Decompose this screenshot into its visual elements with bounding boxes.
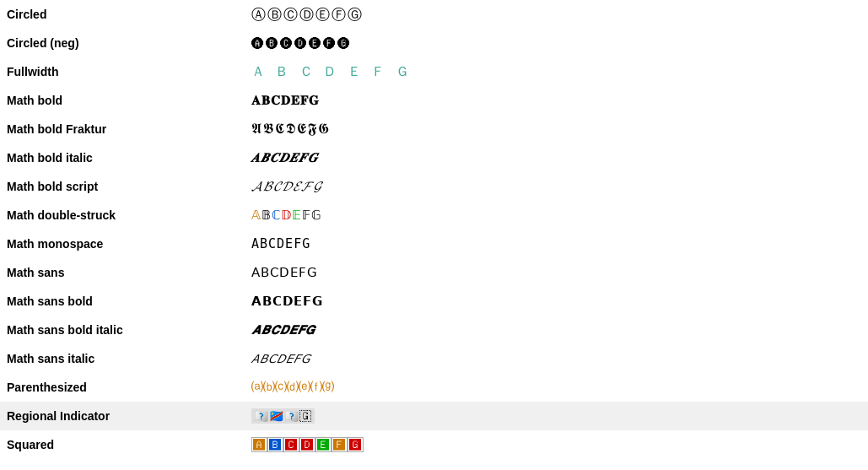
p-char-d: ⒟ (287, 380, 299, 393)
sq-char-b: 🅱 (267, 437, 283, 452)
row-circled-neg: Circled (neg) 🅐🅑🅒🅓🅔🅕🅖 (0, 29, 868, 57)
value-math-double-struck: 𝔸𝔹ℂ𝔻𝔼𝔽𝔾 (251, 208, 322, 223)
sq-char-d: 🅳 (299, 437, 315, 452)
value-math-bold-italic: 𝑨𝑩𝑪𝑫𝑬𝑭𝑮 (251, 150, 318, 165)
row-math-sans-italic: Math sans italic 𝘈𝘉𝘊𝘋𝘌𝘍𝘎 (0, 344, 868, 373)
label-math-bold-italic: Math bold italic (7, 151, 251, 165)
value-math-sans-bold: 𝗔𝗕𝗖𝗗𝗘𝗙𝗚 (251, 294, 323, 309)
p-char-e: ⒠ (299, 380, 310, 393)
value-squared: 🅰🅱🅲🅳🅴🅵🅶 (251, 438, 364, 451)
row-math-bold-italic: Math bold italic 𝑨𝑩𝑪𝑫𝑬𝑭𝑮 (0, 143, 868, 172)
label-math-bold-fraktur: Math bold Fraktur (7, 122, 251, 136)
row-math-bold: Math bold 𝐀𝐁𝐂𝐃𝐄𝐅𝐆 (0, 86, 868, 115)
row-math-sans-bold: Math sans bold 𝗔𝗕𝗖𝗗𝗘𝗙𝗚 (0, 287, 868, 316)
p-char-a: ⒜ (251, 380, 263, 393)
row-parenthesized: Parenthesized ⒜⒝⒞⒟⒠⒡⒢ (0, 373, 868, 402)
row-circled: Circled ⒶⒷⒸⒹⒺⒻⒼ (0, 0, 868, 29)
p-char-c: ⒞ (275, 380, 287, 393)
ds-char-e: 𝔼 (292, 208, 302, 222)
p-char-g: ⒢ (322, 380, 334, 393)
row-math-double-struck: Math double-struck 𝔸𝔹ℂ𝔻𝔼𝔽𝔾 (0, 201, 868, 230)
row-math-bold-fraktur: Math bold Fraktur 𝕬𝕭𝕮𝕯𝕰𝕱𝕲 (0, 115, 868, 143)
value-parenthesized: ⒜⒝⒞⒟⒠⒡⒢ (251, 380, 334, 395)
row-math-monospace: Math monospace 𝙰𝙱𝙲𝙳𝙴𝙵𝙶 (0, 230, 868, 258)
p-char-b: ⒝ (263, 380, 275, 393)
row-squared: Squared 🅰🅱🅲🅳🅴🅵🅶 (0, 430, 868, 459)
ds-char-d: 𝔻 (281, 208, 292, 222)
label-math-sans-italic: Math sans italic (7, 352, 251, 365)
label-parenthesized: Parenthesized (7, 381, 251, 394)
sq-char-f: 🅵 (332, 437, 348, 452)
value-math-bold-fraktur: 𝕬𝕭𝕮𝕯𝕰𝕱𝕲 (251, 121, 331, 138)
label-squared: Squared (7, 438, 251, 451)
label-regional-indicator: Regional Indicator (7, 409, 251, 423)
sq-char-e: 🅴 (315, 437, 332, 452)
sq-char-g: 🅶 (348, 437, 364, 452)
row-math-sans-bold-italic: Math sans bold italic 𝘼𝘽𝘾𝘿𝙀𝙁𝙂 (0, 316, 868, 344)
value-math-bold: 𝐀𝐁𝐂𝐃𝐄𝐅𝐆 (251, 93, 320, 108)
value-fullwidth: Ａ Ｂ Ｃ Ｄ Ｅ Ｆ Ｇ (251, 63, 412, 81)
row-math-sans: Math sans 𝖠𝖡𝖢𝖣𝖤𝖥𝖦 (0, 258, 868, 287)
ds-char-c: ℂ (272, 208, 281, 222)
value-circled: ⒶⒷⒸⒹⒺⒻⒼ (251, 5, 364, 24)
label-math-monospace: Math monospace (7, 237, 251, 251)
label-math-double-struck: Math double-struck (7, 208, 251, 222)
label-math-bold-script: Math bold script (7, 180, 251, 193)
label-math-bold: Math bold (7, 94, 251, 107)
label-circled-neg: Circled (neg) (7, 36, 251, 50)
ds-char-a: 𝔸 (251, 208, 261, 222)
label-fullwidth: Fullwidth (7, 65, 251, 78)
value-math-monospace: 𝙰𝙱𝙲𝙳𝙴𝙵𝙶 (251, 236, 310, 251)
label-math-sans-bold-italic: Math sans bold italic (7, 323, 251, 337)
value-math-sans-italic: 𝘈𝘉𝘊𝘋𝘌𝘍𝘎 (251, 351, 310, 366)
ds-char-b: 𝔹 (261, 208, 272, 222)
value-math-sans-bold-italic: 𝘼𝘽𝘾𝘿𝙀𝙁𝙂 (251, 322, 315, 338)
sq-char-c: 🅲 (283, 437, 299, 452)
value-circled-neg: 🅐🅑🅒🅓🅔🅕🅖 (251, 36, 352, 51)
value-math-bold-script: 𝓐𝓑𝓒𝓓𝓔𝓕𝓖 (251, 179, 322, 194)
label-circled: Circled (7, 8, 251, 21)
ds-char-f: 𝔽 (302, 208, 311, 222)
row-math-bold-script: Math bold script 𝓐𝓑𝓒𝓓𝓔𝓕𝓖 (0, 172, 868, 201)
value-regional-indicator: 🇦🇧🇨🇩🇪🇫🇬 (251, 408, 315, 424)
main-table: Circled ⒶⒷⒸⒹⒺⒻⒼ Circled (neg) 🅐🅑🅒🅓🅔🅕🅖 Fu… (0, 0, 868, 470)
sq-char-a: 🅰 (251, 437, 267, 452)
row-fullwidth: Fullwidth Ａ Ｂ Ｃ Ｄ Ｅ Ｆ Ｇ (0, 57, 868, 86)
p-char-f: ⒡ (310, 380, 322, 393)
label-math-sans: Math sans (7, 266, 251, 279)
label-math-sans-bold: Math sans bold (7, 294, 251, 308)
value-math-sans: 𝖠𝖡𝖢𝖣𝖤𝖥𝖦 (251, 265, 318, 280)
row-regional-indicator: Regional Indicator 🇦🇧🇨🇩🇪🇫🇬 (0, 402, 868, 430)
ds-char-g: 𝔾 (311, 208, 322, 222)
